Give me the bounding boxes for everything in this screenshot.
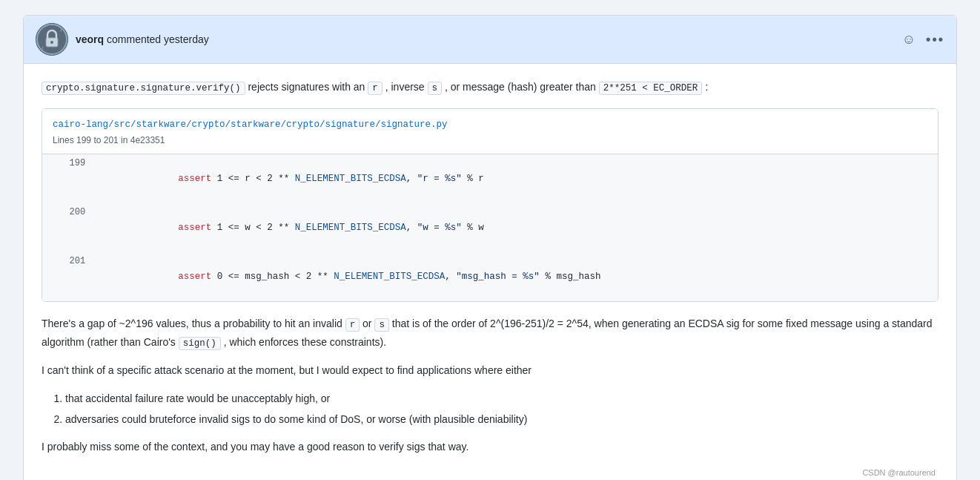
- intro-text-2: , inverse: [385, 81, 428, 93]
- line-number: 201: [42, 252, 93, 301]
- comment-action: commented yesterday: [107, 33, 209, 45]
- line-code: assert 1 <= w < 2 ** N_ELEMENT_BITS_ECDS…: [93, 203, 938, 252]
- table-row: 199 assert 1 <= r < 2 ** N_ELEMENT_BITS_…: [42, 154, 938, 203]
- intro-text-4: :: [705, 81, 708, 93]
- watermark: CSDN @rautourend: [42, 467, 938, 480]
- line-number: 199: [42, 154, 93, 203]
- paragraph-2: I can't think of a specific attack scena…: [42, 362, 938, 380]
- intro-text-1: rejects signatures with an: [248, 81, 368, 93]
- line-code: assert 0 <= msg_hash < 2 ** N_ELEMENT_BI…: [93, 252, 938, 301]
- file-link[interactable]: cairo-lang/src/starkware/crypto/starkwar…: [53, 119, 448, 130]
- paragraph-last: I probably miss some of the context, and…: [42, 438, 938, 456]
- list-item: that accidental failure rate would be un…: [65, 390, 938, 408]
- emoji-button[interactable]: ☺: [901, 30, 917, 49]
- keyword-assert: assert: [178, 272, 211, 282]
- code-text: 1 <= w < 2 **: [211, 223, 295, 233]
- string-literal: "w = %s": [417, 223, 462, 233]
- code-text: ,: [406, 174, 417, 184]
- table-row: 200 assert 1 <= w < 2 ** N_ELEMENT_BITS_…: [42, 203, 938, 252]
- comment-header: veorq commented yesterday ☺ •••: [24, 16, 956, 64]
- string-literal: "msg_hash = %s": [456, 272, 540, 282]
- inline-code-r: r: [368, 82, 383, 95]
- username: veorq: [76, 33, 104, 45]
- svg-point-2: [50, 41, 53, 44]
- inline-code-sign: sign(): [179, 337, 221, 350]
- header-right: ☺ •••: [901, 30, 944, 49]
- const-bits: N_ELEMENT_BITS_ECDSA: [295, 223, 406, 233]
- more-options-button[interactable]: •••: [926, 32, 944, 47]
- table-row: 201 assert 0 <= msg_hash < 2 ** N_ELEMEN…: [42, 252, 938, 301]
- code-text: % msg_hash: [540, 272, 601, 282]
- code-text: 0 <= msg_hash < 2 **: [211, 272, 334, 282]
- line-code: assert 1 <= r < 2 ** N_ELEMENT_BITS_ECDS…: [93, 154, 938, 203]
- intro-paragraph: crypto.signature.signature.verify() reje…: [42, 79, 938, 96]
- keyword-assert: assert: [178, 223, 211, 233]
- code-block-header: cairo-lang/src/starkware/crypto/starkwar…: [42, 109, 938, 154]
- const-bits: N_ELEMENT_BITS_ECDSA: [295, 174, 406, 184]
- code-text: ,: [406, 223, 417, 233]
- const-bits: N_ELEMENT_BITS_ECDSA: [334, 272, 445, 282]
- keyword-assert: assert: [178, 174, 211, 184]
- avatar: [36, 23, 68, 56]
- intro-text-3: , or message (hash) greater than: [445, 81, 599, 93]
- list-item: adversaries could bruteforce invalid sig…: [65, 411, 938, 429]
- comment-body: crypto.signature.signature.verify() reje…: [24, 64, 956, 480]
- inline-code-verify: crypto.signature.signature.verify(): [42, 82, 245, 95]
- comment-meta: veorq commented yesterday: [76, 33, 209, 45]
- paragraph-1: There's a gap of ~2^196 values, thus a p…: [42, 315, 938, 352]
- code-text: ,: [445, 272, 456, 282]
- string-literal: "r = %s": [417, 174, 462, 184]
- header-left: veorq commented yesterday: [36, 23, 209, 56]
- inline-code-s2: s: [374, 318, 389, 332]
- inline-code-s: s: [428, 82, 443, 95]
- code-text: 1 <= r < 2 **: [211, 174, 295, 184]
- code-block-container: cairo-lang/src/starkware/crypto/starkwar…: [42, 108, 938, 302]
- inline-code-ec: 2**251 < EC_ORDER: [599, 82, 703, 95]
- ordered-list: that accidental failure rate would be un…: [65, 390, 938, 429]
- comment-card: veorq commented yesterday ☺ ••• crypto.s…: [23, 15, 957, 480]
- file-meta: Lines 199 to 201 in 4e23351: [53, 134, 927, 148]
- code-text: % r: [462, 174, 484, 184]
- inline-code-r2: r: [345, 318, 360, 332]
- line-number: 200: [42, 203, 93, 252]
- code-table: 199 assert 1 <= r < 2 ** N_ELEMENT_BITS_…: [42, 154, 938, 301]
- code-text: % w: [462, 223, 484, 233]
